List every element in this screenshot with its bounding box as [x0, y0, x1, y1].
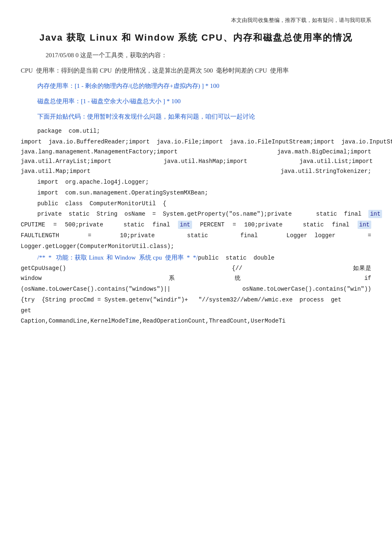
code-line-try: {try {String procCmd = System.getenv("wi…: [21, 295, 371, 305]
code-line-class: public class ComputerMonitorUtil {: [21, 199, 371, 209]
date-line: 2017/05/08 0 这是一个工具类，获取的内容：: [46, 51, 371, 59]
code-line-imports: import java.io.BufferedReader;import jav…: [21, 137, 371, 177]
code-line-log4j: import org.apache.log4j.Logger;: [21, 177, 371, 187]
code-intro: 下面开始贴代码：使用暂时没有发现什么问题，如果有问题，咱们可以一起讨论: [37, 111, 371, 122]
code-line-package: package com.util;: [21, 126, 371, 136]
cpu-desc: CPU 使用率：得到的是当前 CPU 的使用情况，这是算出的是两次 500 毫秒…: [21, 65, 371, 76]
code-block: package com.util; import java.io.Buffere…: [21, 126, 371, 326]
code-line-caption: Caption,CommandLine,KernelModeTime,ReadO…: [21, 316, 371, 326]
code-comment-text: /** * 功能：获取 Linux 和 Window 系统 cpu 使用率 * …: [37, 254, 198, 261]
code-line-getcpu: getCpuUsage() {// 如果是 window 系统 if: [21, 264, 371, 284]
cpu-desc-text: CPU 使用率：得到的是当前 CPU 的使用情况，这是算出的是两次 500 毫秒…: [21, 67, 241, 74]
code-line-mxbean: import com.sun.management.OperatingSyste…: [21, 188, 371, 198]
code-line-getlogger: Logger.getLogger(ComputerMonitorUtil.cla…: [21, 242, 371, 252]
int-badge-2: int: [178, 221, 192, 229]
int-badge-3: int: [358, 221, 371, 229]
code-line-comment: /** * 功能：获取 Linux 和 Window 系统 cpu 使用率 * …: [21, 253, 371, 263]
code-line-faultlength: FAULTLENGTH = 10;private static final Lo…: [21, 231, 371, 241]
int-badge-1: int: [368, 210, 382, 218]
main-title: Java 获取 Linux 和 Window 系统 CPU、内存和磁盘总使用率的…: [21, 32, 371, 44]
mem-desc: 内存使用率：[1 - 剩余的物理内存/(总的物理内存+虚拟内存) ] * 100: [37, 80, 371, 92]
code-line-fields: private static String osName = System.ge…: [21, 209, 371, 219]
top-note: 本文由我司收集整编，推荐下载，如有疑问，请与我司联系: [21, 17, 371, 24]
code-line-cputime: CPUTIME = 500;private static final int P…: [21, 220, 371, 230]
cpu-desc-text2: 差的 CPU 使用率: [241, 67, 289, 74]
code-line-oscheck: (osName.toLowerCase().contains("windows"…: [21, 284, 371, 294]
disk-desc: 磁盘总使用率：[1 - 磁盘空余大小/磁盘总大小 ] * 100: [37, 96, 371, 107]
page-container: 本文由我司收集整编，推荐下载，如有疑问，请与我司联系 Java 获取 Linux…: [0, 0, 392, 554]
code-line-get: get: [21, 306, 371, 316]
